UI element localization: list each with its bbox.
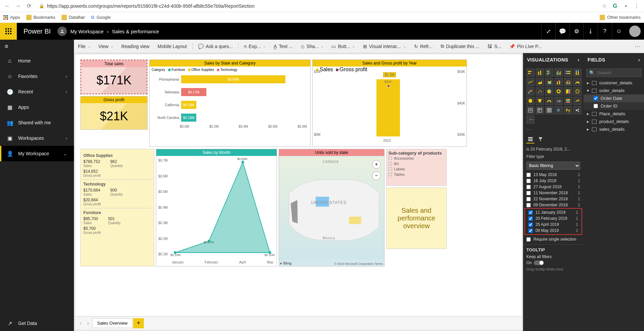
- field-table[interactable]: ▾order_details: [583, 87, 644, 94]
- slicer-option[interactable]: Art: [389, 161, 444, 166]
- kpi-total-sales[interactable]: Total sales $171K: [80, 59, 148, 94]
- settings-icon[interactable]: ⚙: [569, 23, 583, 40]
- extension-icon[interactable]: ▪: [622, 2, 630, 10]
- filter-type-select[interactable]: Basic filtering: [526, 162, 580, 170]
- multi-row-card[interactable]: Office Supplies$786,752Sales962Quantity$…: [80, 149, 154, 266]
- filter-option[interactable]: 22 November 20181: [523, 196, 583, 202]
- viz-card-icon[interactable]: 123: [555, 97, 563, 105]
- kpi-gross-profit[interactable]: Gross profit $21K: [80, 96, 148, 130]
- menu-icon[interactable]: ⋮: [633, 2, 641, 10]
- forward-icon[interactable]: →: [14, 2, 22, 10]
- viz-funnel-icon[interactable]: [536, 97, 544, 105]
- nav-workspaces[interactable]: ▣Workspaces›: [0, 130, 74, 146]
- viz-multi-row-icon[interactable]: [564, 97, 572, 105]
- slicer-option[interactable]: Tables: [389, 172, 444, 177]
- breadcrumb-report[interactable]: Sales & performance: [112, 29, 159, 34]
- more-icon[interactable]: ⋯: [523, 126, 583, 133]
- comments-icon[interactable]: 💬: [555, 23, 569, 40]
- filter-option[interactable]: 25 April 20191: [525, 221, 581, 227]
- viz-treemap-icon[interactable]: [564, 87, 572, 95]
- nav-recent[interactable]: 🕘Recent›: [0, 84, 74, 99]
- viz-clustered-bar-icon[interactable]: [545, 69, 553, 77]
- tb-mobile-layout[interactable]: Mobile Layout: [154, 40, 191, 53]
- apps-shortcut[interactable]: Apps: [3, 15, 20, 20]
- viz-clustered-column-icon[interactable]: [555, 69, 563, 77]
- viz-donut-icon[interactable]: [555, 87, 563, 95]
- add-page-button[interactable]: +: [133, 318, 144, 328]
- format-tab-icon[interactable]: [536, 135, 545, 143]
- viz-key-influencers-icon[interactable]: [573, 106, 581, 114]
- viz-ribbon-icon[interactable]: [573, 78, 581, 86]
- tb-ask-question[interactable]: 💬Ask a ques...: [194, 40, 237, 53]
- download-icon[interactable]: ⭳: [583, 23, 598, 40]
- other-bookmarks[interactable]: Other bookmarks: [600, 15, 641, 20]
- viz-area-icon[interactable]: [536, 78, 544, 86]
- tb-duplicate[interactable]: ⧉Duplicate this ...: [437, 40, 484, 53]
- filter-option[interactable]: 09 May 20191: [525, 227, 581, 234]
- nav-home[interactable]: ⌂Home: [0, 53, 74, 69]
- tb-save[interactable]: 🖫S...: [483, 40, 505, 53]
- nav-get-data[interactable]: ↗Get Data: [0, 316, 74, 331]
- tooltip-toggle[interactable]: On: [526, 260, 544, 265]
- feedback-icon[interactable]: ☺: [612, 23, 626, 40]
- breadcrumb-workspace[interactable]: My Workspace: [70, 29, 104, 34]
- viz-import-icon[interactable]: ⋯: [526, 116, 534, 124]
- tb-refresh[interactable]: ↻Refr...: [410, 40, 437, 53]
- viz-line-icon[interactable]: [526, 78, 534, 86]
- bookmark-item[interactable]: Dataflair: [62, 15, 85, 20]
- zoom-out-icon[interactable]: −: [372, 171, 381, 180]
- nav-collapse-icon[interactable]: ≡: [0, 40, 74, 53]
- fields-tab-icon[interactable]: [526, 135, 534, 143]
- fullscreen-icon[interactable]: ⤢: [541, 23, 555, 40]
- viz-r-icon[interactable]: R: [555, 106, 563, 114]
- map-units-sold[interactable]: Units sold by state CANADA UNITED STATES…: [279, 149, 385, 266]
- brand-label[interactable]: Power BI: [24, 28, 51, 35]
- viz-filled-map-icon[interactable]: [526, 97, 534, 105]
- viz-stacked-area-icon[interactable]: [545, 78, 553, 86]
- extension-grammarly-icon[interactable]: G: [611, 2, 619, 10]
- tb-explore[interactable]: ⎋Exp...⌄: [240, 40, 270, 53]
- viz-scatter-icon[interactable]: [536, 87, 544, 95]
- tb-more-icon[interactable]: ⋯: [631, 43, 644, 50]
- tab-next-icon[interactable]: ›: [85, 319, 91, 328]
- viz-line-clustered-icon[interactable]: [564, 78, 572, 86]
- tb-buttons[interactable]: ▭Butt...⌄: [327, 40, 359, 53]
- reload-icon[interactable]: ⟳: [25, 2, 33, 10]
- viz-stacked-column-icon[interactable]: [536, 69, 544, 77]
- tb-visual-interactions[interactable]: ⊞Visual interac...⌄: [359, 40, 410, 53]
- field-column[interactable]: Order Date: [583, 94, 644, 102]
- line-chart-sales-by-month[interactable]: Sales by Month $0.7M$0.6M$0.5M$0.4M$0.3M…: [156, 149, 277, 266]
- map-body[interactable]: CANADA UNITED STATES Mexico + −: [279, 157, 384, 260]
- column-chart-sales-profit-year[interactable]: Sales and Gross profit by Year SalesGros…: [312, 59, 467, 147]
- panel-header[interactable]: VISUALIZATIONS›: [523, 53, 583, 67]
- filter-option[interactable]: 13 May 20181: [523, 172, 583, 178]
- zoom-in-icon[interactable]: +: [372, 160, 381, 169]
- field-table[interactable]: ▸Place_details: [583, 110, 644, 118]
- slicer-option[interactable]: Accessories: [389, 156, 444, 161]
- filter-option[interactable]: 20 February 20191: [525, 215, 581, 221]
- nav-favorites[interactable]: ☆Favorites›: [0, 69, 74, 84]
- viz-matrix-icon[interactable]: [545, 106, 553, 114]
- slicer-subcategory[interactable]: Sub-category of products Accessories Art…: [386, 149, 447, 186]
- tb-file[interactable]: File⌄: [74, 40, 94, 53]
- nav-my-workspace[interactable]: 👤My Workspace⌄: [0, 146, 74, 161]
- bar-chart-sales-by-state[interactable]: Sales by State and Category CategoryFurn…: [149, 59, 311, 147]
- tb-reading-view[interactable]: Reading view: [117, 40, 154, 53]
- viz-python-icon[interactable]: Py: [564, 106, 572, 114]
- field-table[interactable]: ▸product_details: [583, 118, 644, 125]
- field-column[interactable]: Order ID: [583, 102, 644, 110]
- filter-option[interactable]: 09 December 20181: [523, 202, 583, 208]
- viz-100-bar-icon[interactable]: [564, 69, 572, 77]
- report-canvas[interactable]: Total sales $171K Gross profit $21K Sale…: [75, 54, 522, 330]
- text-card-overview[interactable]: Sales and performance overview: [386, 188, 447, 249]
- star-icon[interactable]: ☆: [600, 2, 608, 10]
- require-single-selection[interactable]: Require single selection: [523, 235, 583, 244]
- fields-search[interactable]: 🔍: [586, 69, 641, 77]
- field-table[interactable]: ▸customer_details: [583, 79, 644, 87]
- bookmark-item[interactable]: GGoogle: [91, 15, 111, 20]
- user-avatar-icon[interactable]: [629, 26, 641, 37]
- viz-slicer-icon[interactable]: [526, 106, 534, 114]
- tb-shapes[interactable]: ◇Sha...⌄: [297, 40, 328, 53]
- help-icon[interactable]: ?: [598, 23, 612, 40]
- viz-pie-icon[interactable]: [545, 87, 553, 95]
